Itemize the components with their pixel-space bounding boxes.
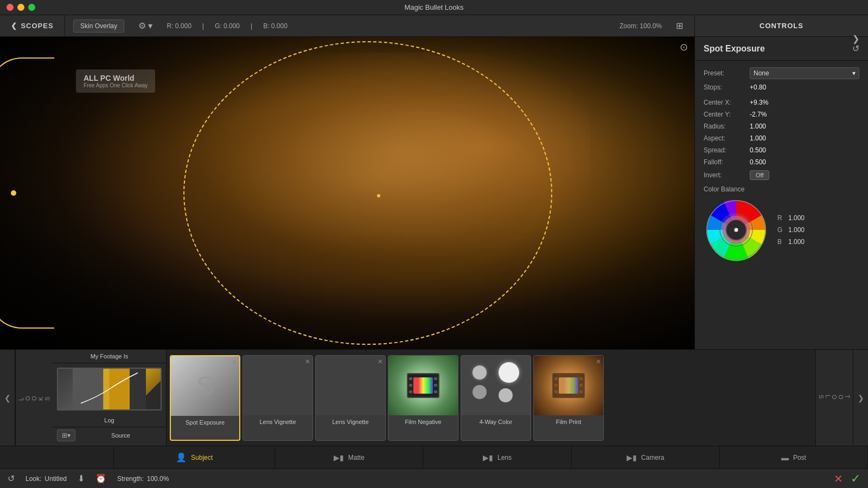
scopes-button[interactable]: ❮ SCOPES <box>11 22 53 30</box>
post-tab-icon: ▬ <box>781 453 789 462</box>
spot-exposure-close-icon[interactable]: ✕ <box>232 358 237 366</box>
stops-value[interactable]: +0.80 <box>750 84 859 91</box>
content-area: ALL PC World Free Apps One Click Away ⊙ … <box>0 37 868 349</box>
scopes-label: SCOPES <box>21 22 53 30</box>
g-value: G: 0.000 <box>215 22 240 30</box>
lens-vignette-1-close-icon[interactable]: ✕ <box>305 358 310 365</box>
multiview-button[interactable]: ⊞ <box>673 20 686 32</box>
radius-value[interactable]: 1.000 <box>750 123 859 130</box>
camera-tab-icon: ▶▮ <box>627 453 637 462</box>
footage-label: Log <box>53 415 166 427</box>
schedule-button[interactable]: ⏰ <box>95 473 106 484</box>
chevron-right-icon: ❯ <box>858 394 864 402</box>
lens-tab-icon: ▶▮ <box>483 453 493 462</box>
footage-thumbnail[interactable] <box>57 368 162 410</box>
film-negative-label: Film Negative <box>403 415 443 427</box>
stops-row: Stops: +0.80 <box>704 84 859 91</box>
effect-card-spot-exposure[interactable]: ✕ S Spot Exposure <box>170 355 240 441</box>
lens-vignette-1-label: Lens Vignette <box>257 415 298 427</box>
spot-exposure-visual: S <box>171 356 239 416</box>
tools-vertical-label: TOOLS <box>815 350 853 446</box>
color-wheel-container: R 1.000 G 1.000 B 1.000 <box>704 197 859 262</box>
aspect-value[interactable]: 1.000 <box>750 134 859 142</box>
look-name: Untitled <box>44 475 67 483</box>
toolbar-left: ❮ SCOPES <box>0 15 65 36</box>
traffic-lights <box>7 4 35 11</box>
lens-vignette-2-thumb <box>316 356 385 415</box>
footage-thumb-svg <box>58 369 161 409</box>
chevron-right-icon[interactable]: ❯ <box>849 33 863 45</box>
effect-card-lens-vignette-2[interactable]: ✕ Lens Vignette <box>315 355 386 441</box>
spread-value[interactable]: 0.500 <box>750 146 859 154</box>
chevron-left-icon: ❮ <box>4 394 11 402</box>
svg-point-6 <box>734 228 738 232</box>
effect-card-4way-color[interactable]: ✕ 4-Way Color <box>461 355 531 441</box>
status-bar: ↺ Look: Untitled ⬇ ⏰ Strength: 100.0% ✕ … <box>0 468 868 488</box>
panel-toggle-right[interactable]: ❯ <box>853 350 868 446</box>
save-button[interactable]: ⬇ <box>78 473 85 484</box>
effect-card-lens-vignette-1[interactable]: ✕ Lens Vignette <box>242 355 313 441</box>
skin-overlay-button[interactable]: Skin Overlay <box>73 20 124 33</box>
screenshot-button[interactable]: ⊙ <box>680 41 688 53</box>
center-y-value[interactable]: -2.7% <box>750 111 859 118</box>
center-x-label: Center X: <box>704 99 750 106</box>
g-channel-value[interactable]: 1.000 <box>788 226 805 234</box>
center-y-row: Center Y: -2.7% <box>704 111 859 118</box>
minimize-window-button[interactable] <box>17 4 24 11</box>
color-values: R 1.000 G 1.000 B 1.000 <box>777 214 805 246</box>
toolbar-center: Skin Overlay ⚙ ▾ R: 0.000 | G: 0.000 | B… <box>65 20 694 33</box>
r-channel-row: R 1.000 <box>777 214 805 222</box>
center-y-label: Center Y: <box>704 111 750 118</box>
confirm-button[interactable]: ✓ <box>851 472 860 486</box>
strength-value[interactable]: 100.0% <box>147 475 169 483</box>
aspect-row: Aspect: 1.000 <box>704 134 859 142</box>
effect-card-film-negative[interactable]: ✕ <box>388 355 458 441</box>
tab-post[interactable]: ▬ Post <box>720 446 868 468</box>
lens-vignette-2-close-icon[interactable]: ✕ <box>378 358 383 365</box>
selection-left-handle[interactable] <box>11 190 16 196</box>
tools-label-text: TOOLS <box>818 395 851 401</box>
undo-button[interactable]: ↺ <box>8 473 15 484</box>
source-tab-section <box>0 446 114 468</box>
spot-exposure-label: Spot Exposure <box>183 416 227 428</box>
film-print-close-icon[interactable]: ✕ <box>596 358 601 365</box>
matte-tab-icon: ▶▮ <box>334 453 344 462</box>
b-channel-value[interactable]: 1.000 <box>788 238 805 246</box>
tab-subject[interactable]: 👤 Subject <box>114 446 275 468</box>
footage-bottom: ⊞▾ Source <box>53 427 166 446</box>
zoom-value: 100.0% <box>640 22 662 30</box>
looks-vertical-label: LOOKS <box>15 350 53 446</box>
4way-color-thumb <box>461 356 531 415</box>
effects-cards: ✕ S Spot Exposure ✕ Lens Vignette <box>167 350 815 446</box>
footage-header: My Footage Is <box>53 350 166 363</box>
controls-label: CONTROLS <box>760 22 803 30</box>
4way-color-label: 4-Way Color <box>477 415 515 427</box>
circle-br <box>499 388 513 402</box>
spread-label: Spread: <box>704 146 750 154</box>
preset-select[interactable]: None ▾ <box>750 67 859 79</box>
effect-card-film-print[interactable]: ✕ <box>533 355 604 441</box>
invert-row: Invert: Off <box>704 170 859 180</box>
r-channel-label: R <box>777 214 784 222</box>
footage-icon-button[interactable]: ⊞▾ <box>57 429 75 441</box>
look-item: Look: Untitled <box>25 475 67 483</box>
settings-button[interactable]: ⚙ ▾ <box>135 20 156 32</box>
b-channel-row: B 1.000 <box>777 238 805 246</box>
color-wheel[interactable] <box>704 197 769 262</box>
falloff-value[interactable]: 0.500 <box>750 158 859 166</box>
cancel-button[interactable]: ✕ <box>834 472 843 485</box>
invert-toggle[interactable]: Off <box>750 170 769 180</box>
titlebar: Magic Bullet Looks <box>0 0 868 15</box>
maximize-window-button[interactable] <box>28 4 35 11</box>
panel-toggle-left[interactable]: ❮ <box>0 350 15 446</box>
tab-matte[interactable]: ▶▮ Matte <box>275 446 423 468</box>
tab-camera[interactable]: ▶▮ Camera <box>572 446 720 468</box>
separator2: | <box>251 22 252 30</box>
center-x-value[interactable]: +9.3% <box>750 99 859 106</box>
svg-rect-10 <box>110 369 130 409</box>
tab-lens[interactable]: ▶▮ Lens <box>423 446 571 468</box>
preview-area: ALL PC World Free Apps One Click Away ⊙ <box>0 37 694 349</box>
close-window-button[interactable] <box>7 4 14 11</box>
r-channel-value[interactable]: 1.000 <box>788 214 805 222</box>
center-x-row: Center X: +9.3% <box>704 99 859 106</box>
